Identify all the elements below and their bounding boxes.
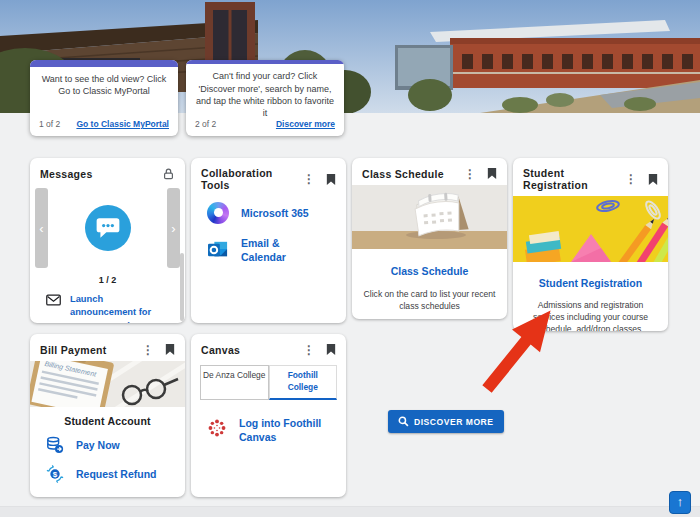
desk-calendar-illustration	[352, 185, 507, 249]
bookmark-icon[interactable]	[648, 173, 658, 186]
student-registration-photo	[513, 196, 668, 262]
class-schedule-link[interactable]: Class Schedule	[391, 265, 469, 277]
go-to-classic-link[interactable]: Go to Classic MyPortal	[76, 119, 169, 129]
class-schedule-card-title: Class Schedule	[362, 168, 444, 180]
coins-icon	[46, 436, 64, 454]
search-icon	[398, 416, 409, 427]
message-link[interactable]: Launch announcement for new MyPortal - O…	[70, 293, 170, 323]
bookmark-icon[interactable]	[487, 167, 497, 180]
discover-more-button[interactable]: DISCOVER MORE	[388, 410, 504, 433]
carousel-next-button[interactable]: ›	[167, 188, 180, 268]
request-refund-row[interactable]: $ Request Refund	[30, 458, 185, 487]
class-schedule-card[interactable]: Class Schedule ⋮	[352, 158, 507, 319]
canvas-card-title: Canvas	[201, 344, 240, 356]
banner-text: Can't find your card? Click 'Discover mo…	[186, 64, 344, 119]
banner-discover-more: Can't find your card? Click 'Discover mo…	[186, 60, 344, 136]
class-schedule-caption: Click on the card to list your recent cl…	[352, 288, 507, 312]
message-list-item[interactable]: Launch announcement for new MyPortal - O…	[30, 291, 185, 323]
class-schedule-photo	[352, 185, 507, 249]
svg-text:$: $	[53, 470, 58, 479]
footer-strip	[0, 506, 700, 517]
kebab-menu-icon[interactable]: ⋮	[140, 345, 156, 355]
canvas-college-tabs: De Anza College Foothill College	[200, 365, 337, 400]
microsoft-365-link[interactable]: Microsoft 365	[241, 206, 309, 220]
bill-payment-photo: Billing Statement	[30, 361, 185, 407]
canvas-card: Canvas ⋮ De Anza College Foothill Colleg…	[191, 334, 346, 497]
stationery-illustration	[513, 196, 668, 262]
microsoft-365-icon	[207, 202, 229, 224]
bookmark-icon[interactable]	[165, 343, 175, 356]
messages-scrollbar[interactable]	[180, 253, 184, 321]
banner-accent-bar	[30, 60, 178, 67]
pay-now-link[interactable]: Pay Now	[76, 438, 120, 452]
banner-page-indicator: 1 of 2	[39, 119, 60, 129]
banner-page-indicator: 2 of 2	[195, 119, 216, 129]
collaboration-tools-card: Collaboration Tools ⋮ Microsoft 365 Emai…	[191, 158, 346, 323]
kebab-menu-icon[interactable]: ⋮	[301, 345, 317, 355]
pay-now-row[interactable]: Pay Now	[30, 431, 185, 458]
kebab-menu-icon[interactable]: ⋮	[301, 174, 317, 184]
bill-payment-card-title: Bill Payment	[40, 344, 107, 356]
billing-statement-illustration: Billing Statement	[30, 361, 185, 407]
request-refund-link[interactable]: Request Refund	[76, 467, 157, 481]
bookmark-icon[interactable]	[326, 173, 336, 186]
kebab-menu-icon[interactable]: ⋮	[462, 169, 478, 179]
messages-card: Messages ‹ › 1 / 2 Launch announcement f…	[30, 158, 185, 323]
lock-icon	[162, 167, 175, 181]
scroll-to-top-button[interactable]: ↑	[669, 491, 691, 514]
email-calendar-link-row[interactable]: Email & Calendar	[191, 230, 346, 270]
student-account-heading: Student Account	[30, 415, 185, 427]
banner-classic-myportal: Want to see the old view? Click Go to Cl…	[30, 60, 178, 136]
envelope-icon	[46, 294, 61, 306]
tab-de-anza-college[interactable]: De Anza College	[200, 365, 269, 400]
discover-more-link[interactable]: Discover more	[276, 119, 335, 129]
outlook-icon	[207, 240, 229, 260]
canvas-login-row[interactable]: Log into Foothill Canvas	[191, 410, 346, 450]
bookmark-icon[interactable]	[326, 343, 336, 356]
student-registration-caption: Admissions and registration services inc…	[513, 299, 668, 331]
student-registration-card-title: Student Registration	[523, 167, 623, 191]
messages-carousel: ‹ ›	[30, 186, 185, 268]
canvas-login-link[interactable]: Log into Foothill Canvas	[239, 416, 334, 444]
messages-pager: 1 / 2	[30, 275, 185, 285]
messages-card-title: Messages	[40, 168, 93, 180]
student-registration-link[interactable]: Student Registration	[539, 277, 642, 289]
banner-text: Want to see the old view? Click Go to Cl…	[30, 67, 178, 119]
email-calendar-link[interactable]: Email & Calendar	[241, 236, 311, 264]
carousel-prev-button[interactable]: ‹	[35, 188, 48, 268]
refund-icon: $	[46, 465, 64, 483]
microsoft-365-link-row[interactable]: Microsoft 365	[191, 196, 346, 230]
student-registration-card[interactable]: Student Registration ⋮	[513, 158, 668, 331]
canvas-logo-icon	[207, 418, 227, 438]
collaboration-card-title: Collaboration Tools	[201, 167, 301, 191]
discover-more-button-label: DISCOVER MORE	[414, 417, 494, 427]
tab-foothill-college[interactable]: Foothill College	[269, 365, 338, 400]
chat-bubble-icon	[85, 205, 131, 251]
bill-payment-card: Bill Payment ⋮ Billing Statement	[30, 334, 185, 497]
kebab-menu-icon[interactable]: ⋮	[623, 174, 639, 184]
